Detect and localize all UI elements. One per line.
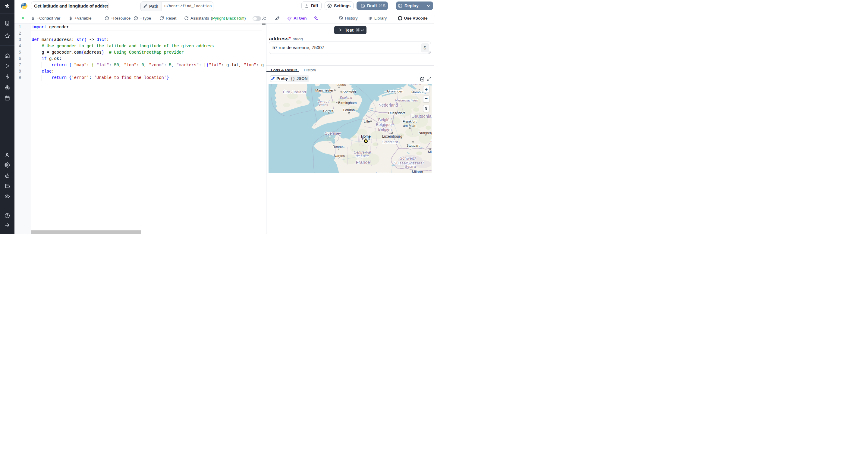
svg-text:Nantes: Nantes <box>334 154 345 158</box>
svg-text:Belgien: Belgien <box>378 127 392 131</box>
svg-text:Nederland: Nederland <box>378 103 398 107</box>
svg-text:Cymru /: Cymru / <box>318 99 330 103</box>
svg-text:België /: België / <box>378 117 392 122</box>
svg-text:Luxembourg: Luxembourg <box>382 134 402 138</box>
svg-text:Düsseldorf: Düsseldorf <box>388 111 405 115</box>
svg-text:Svizra: Svizra <box>404 164 416 168</box>
svg-text:Grand Est: Grand Est <box>381 140 398 144</box>
svg-text:Auvergne-: Auvergne- <box>374 172 391 173</box>
svg-text:Stuttgart: Stuttgart <box>406 144 420 147</box>
svg-text:Cardiff: Cardiff <box>323 109 333 113</box>
svg-text:Manchester: Manchester <box>315 89 333 92</box>
svg-text:Groningen: Groningen <box>387 90 403 93</box>
svg-text:Lille: Lille <box>364 119 370 123</box>
svg-text:Home: Home <box>361 134 371 138</box>
svg-text:Deutschland: Deutschland <box>411 113 432 119</box>
svg-text:Rennes: Rennes <box>333 144 344 148</box>
svg-text:England: England <box>340 96 352 99</box>
svg-text:Frankfurt: Frankfurt <box>403 120 417 123</box>
svg-text:Éire / Ireland: Éire / Ireland <box>283 90 306 94</box>
svg-text:Belgique /: Belgique / <box>376 122 394 127</box>
svg-text:Guernsey: Guernsey <box>324 131 341 136</box>
svg-text:München: München <box>428 150 432 154</box>
svg-text:Birmingham: Birmingham <box>338 101 356 104</box>
svg-text:London: London <box>343 108 355 112</box>
svg-text:Schweiz/: Schweiz/ <box>400 156 416 161</box>
svg-text:Bayern: Bayern <box>430 139 432 143</box>
svg-text:Nürnberg: Nürnberg <box>418 131 432 135</box>
svg-text:Niedersachsen: Niedersachsen <box>395 98 418 102</box>
svg-text:Leeds: Leeds <box>336 84 346 87</box>
svg-text:Milano: Milano <box>412 170 423 173</box>
svg-text:am Main: am Main <box>403 124 416 127</box>
svg-text:France: France <box>356 160 370 165</box>
svg-text:Wales: Wales <box>319 103 328 107</box>
svg-text:Sheffield: Sheffield <box>342 90 356 94</box>
svg-text:Holstein: Holstein <box>410 84 421 86</box>
svg-text:de Loire: de Loire <box>355 154 369 158</box>
